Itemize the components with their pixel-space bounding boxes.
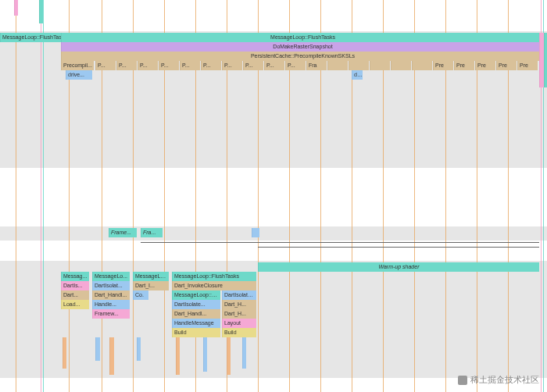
bar-precompile-small[interactable]: Pre xyxy=(496,61,517,70)
vline xyxy=(43,0,44,392)
bar-precompile-small[interactable]: P... xyxy=(180,61,200,70)
bar-dart[interactable]: Dart... xyxy=(61,290,89,300)
bar-msgloop[interactable]: MessageLoop::FlushTasks xyxy=(172,290,220,300)
bar-precompile-small[interactable]: P... xyxy=(243,61,263,70)
bar-flushtasks-top[interactable]: MessageLoop::FlushTasks xyxy=(61,33,544,42)
bar-precompile-small[interactable]: P... xyxy=(222,61,242,70)
bar-darth[interactable]: Dart_H... xyxy=(222,300,256,309)
bar-precompile-small[interactable]: P... xyxy=(201,61,221,70)
sliver xyxy=(14,0,18,16)
bar-darth[interactable]: Dart_H... xyxy=(222,309,256,319)
bar-frame[interactable]: Frame... xyxy=(109,228,137,237)
bar-msgloop-wide[interactable]: MessageLoop::FlushTasks xyxy=(172,272,256,281)
tick xyxy=(242,337,246,369)
bar-load[interactable]: Load... xyxy=(61,300,89,309)
bar-tiny[interactable] xyxy=(252,228,259,237)
bar-precompile-small[interactable]: P... xyxy=(264,61,284,70)
tick xyxy=(109,337,114,375)
bar-precompile-small[interactable] xyxy=(349,61,369,70)
bar-co[interactable]: Co. xyxy=(133,290,148,300)
bar-dartisolate[interactable]: DartIsolate... xyxy=(172,300,220,309)
bar-build[interactable]: Build xyxy=(172,328,220,337)
mid-track xyxy=(0,226,547,241)
tick xyxy=(95,337,100,361)
bar-darthandle[interactable]: Dart_Handl... xyxy=(172,309,220,319)
hline xyxy=(141,242,539,243)
bar-framework[interactable]: Framew... xyxy=(92,309,130,319)
hline xyxy=(258,247,539,248)
watermark-icon xyxy=(458,376,467,385)
bar-precompile-small[interactable]: Pre xyxy=(433,61,453,70)
bar-dartis[interactable]: DartIs... xyxy=(61,281,89,290)
tick xyxy=(176,337,180,375)
bar-dartisolate[interactable]: DartIsolat... xyxy=(92,281,130,290)
bar-precompile-small[interactable]: P... xyxy=(138,61,158,70)
bar-precompile-small[interactable]: Pre xyxy=(517,61,538,70)
sliver xyxy=(39,0,43,23)
bar-darti[interactable]: Dart_I... xyxy=(133,281,169,290)
bar-precompile-small[interactable]: P... xyxy=(159,61,179,70)
bar-msgloop[interactable]: Messag... xyxy=(61,272,89,281)
bar-warmup-shader[interactable]: Warm-up shader xyxy=(258,262,539,272)
vline xyxy=(41,0,41,392)
bar-precompile-small[interactable] xyxy=(391,61,411,70)
bar-darthandle[interactable]: Dart_Handl... xyxy=(92,290,130,300)
bar-handlemsg[interactable]: HandleMessage xyxy=(172,319,220,328)
bar-precompile-small[interactable]: P... xyxy=(116,61,137,70)
bar-precompile[interactable]: Precompil... xyxy=(61,61,94,70)
bar-frame[interactable]: Fra... xyxy=(141,228,163,237)
tick xyxy=(227,337,231,375)
watermark-text: 稀土掘金技术社区 xyxy=(470,375,539,384)
bar-d[interactable]: d... xyxy=(352,70,363,80)
bar-dartinvoke[interactable]: Dart_InvokeClosure xyxy=(172,281,256,290)
vline xyxy=(16,0,16,392)
bar-precompile-small[interactable]: Fra xyxy=(306,61,327,70)
bar-precompile-small[interactable]: P... xyxy=(285,61,306,70)
bar-precompile-small[interactable] xyxy=(370,61,390,70)
bar-precompile-small[interactable]: Pre xyxy=(475,61,495,70)
tick xyxy=(137,337,141,361)
tick xyxy=(203,337,207,372)
flame-bar[interactable]: MessageLoop::FlushTasks xyxy=(0,33,69,42)
bar-precompile-small[interactable]: P... xyxy=(95,61,116,70)
bar-precompile-small[interactable] xyxy=(327,61,348,70)
bar-precompile-small[interactable] xyxy=(412,61,432,70)
sliver-right xyxy=(544,33,547,87)
bar-precompile-small[interactable]: Pre xyxy=(454,61,474,70)
bar-handle[interactable]: Handle... xyxy=(92,300,130,309)
bar-msgloop[interactable]: MessageLo... xyxy=(92,272,130,281)
bar-msgloop[interactable]: MessageLo... xyxy=(133,272,169,281)
bar-domakeraster[interactable]: DoMakeRasterSnapshot xyxy=(61,42,544,52)
bar-drive[interactable]: drive... xyxy=(66,70,92,80)
bar-persistentcache[interactable]: PersistentCache::PrecompileKnownSKSLs xyxy=(61,52,544,61)
watermark: 稀土掘金技术社区 xyxy=(458,374,539,386)
bar-build[interactable]: Build xyxy=(222,328,256,337)
bar-dartisolate[interactable]: DartIsolate... xyxy=(222,290,256,300)
tick xyxy=(63,337,66,369)
bar-layout[interactable]: Layout xyxy=(222,319,256,328)
